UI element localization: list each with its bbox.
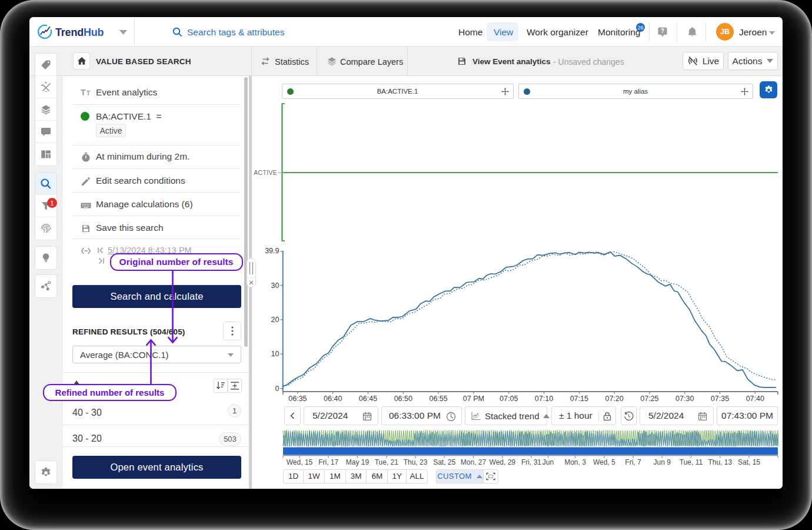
svg-text:39.9: 39.9: [265, 247, 279, 255]
svg-text:20: 20: [271, 316, 279, 324]
svg-text:Fri, 17: Fri, 17: [318, 458, 338, 466]
svg-text:May 19: May 19: [346, 458, 370, 466]
svg-text:Sat, 15: Sat, 15: [738, 458, 760, 466]
svg-text:0: 0: [275, 385, 279, 393]
svg-text:Sat, 25: Sat, 25: [433, 458, 455, 466]
svg-text:06:45: 06:45: [359, 395, 377, 403]
svg-text:Mon, 27: Mon, 27: [461, 458, 487, 466]
svg-text:07:15: 07:15: [570, 395, 588, 403]
svg-text:07:05: 07:05: [500, 395, 518, 403]
svg-text:07:25: 07:25: [640, 395, 658, 403]
svg-text:Thu, 13: Thu, 13: [708, 458, 732, 466]
svg-text:30: 30: [271, 281, 279, 290]
svg-text:Thu, 23: Thu, 23: [404, 458, 428, 466]
svg-text:Jun: Jun: [543, 458, 554, 466]
svg-text:Wed, 15: Wed, 15: [287, 458, 313, 466]
svg-text:07:20: 07:20: [605, 395, 623, 403]
svg-text:06:35: 06:35: [288, 395, 307, 403]
svg-text:Tue, 21: Tue, 21: [375, 458, 399, 466]
svg-text:Jun 9: Jun 9: [654, 458, 671, 466]
svg-text:06:50: 06:50: [394, 395, 412, 403]
svg-text:Wed, 29: Wed, 29: [490, 458, 516, 466]
svg-text:07:30: 07:30: [675, 395, 694, 403]
svg-text:ACTIVE: ACTIVE: [254, 169, 277, 176]
svg-text:Tue, 11: Tue, 11: [680, 458, 703, 466]
svg-text:Mon, 3: Mon, 3: [564, 458, 586, 466]
svg-text:07:35: 07:35: [711, 395, 729, 403]
svg-text:07:40: 07:40: [746, 395, 764, 403]
svg-text:06:55: 06:55: [429, 395, 447, 403]
svg-text:10: 10: [271, 350, 279, 358]
svg-text:06:40: 06:40: [324, 395, 342, 403]
svg-text:07 PM: 07 PM: [463, 395, 484, 403]
svg-text:07:10: 07:10: [535, 395, 553, 403]
svg-text:Fri, 31: Fri, 31: [521, 458, 541, 466]
svg-text:Wed, 5: Wed, 5: [593, 458, 615, 466]
svg-text:Fri, 7: Fri, 7: [625, 458, 641, 466]
